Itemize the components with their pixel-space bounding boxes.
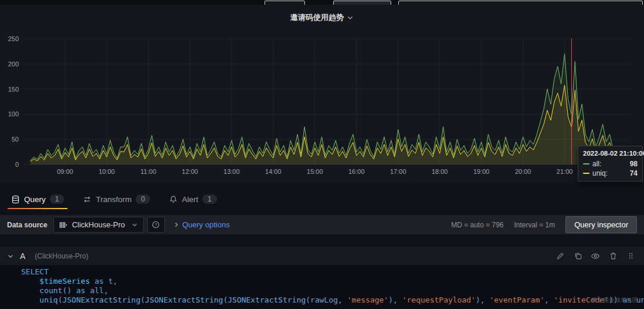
top-toolbar-partial — [0, 0, 644, 5]
chart-tooltip: 2022-08-02 21:10:00 all: 98 uniq: 74 — [578, 146, 643, 182]
datasource-help-button[interactable]: ? — [147, 217, 165, 233]
svg-text:?: ? — [155, 222, 157, 227]
svg-text:100: 100 — [8, 110, 19, 117]
sql-editor[interactable]: SELECT $timeSeries as t, count() as all,… — [0, 265, 644, 309]
tooltip-series-value: 74 — [630, 169, 638, 177]
tab-label: Query — [24, 195, 46, 204]
query-datasource-hint: (ClickHouse-Pro) — [35, 252, 88, 260]
panel-title-menu[interactable]: 邀请码使用趋势 — [0, 5, 644, 31]
toolbar-partial-control[interactable] — [333, 1, 391, 5]
svg-text:200: 200 — [8, 61, 19, 68]
svg-text:0: 0 — [15, 161, 19, 168]
series-color-swatch — [583, 173, 589, 174]
grip-dots-icon — [626, 251, 635, 260]
tab-query[interactable]: Query 1 — [6, 189, 69, 209]
tab-count-badge: 1 — [202, 194, 217, 204]
copy-icon — [574, 251, 582, 260]
svg-text:13:00: 13:00 — [223, 168, 240, 175]
query-row-header: A (ClickHouse-Pro) — [0, 247, 644, 265]
tooltip-row-all: all: 98 — [583, 160, 638, 168]
interval-info: Interval = 1m — [514, 221, 555, 229]
panel-title: 邀请码使用趋势 — [290, 12, 344, 23]
database-icon — [11, 195, 20, 204]
svg-text:18:00: 18:00 — [432, 168, 448, 175]
query-options-toggle[interactable]: Query options — [173, 220, 230, 229]
tooltip-timestamp: 2022-08-02 21:10:00 — [583, 150, 638, 157]
watermark: 稀土掘金技术社区 — [591, 296, 638, 304]
query-ref-id[interactable]: A — [20, 251, 25, 261]
drag-handle[interactable] — [624, 250, 637, 263]
svg-text:150: 150 — [8, 86, 19, 93]
collapse-chevron-icon[interactable] — [7, 253, 14, 260]
svg-text:250: 250 — [8, 35, 19, 42]
max-data-points-info: MD = auto = 796 — [451, 221, 503, 229]
trash-icon — [609, 251, 618, 260]
tooltip-series-label: all: — [592, 160, 601, 168]
tooltip-series-value: 98 — [630, 160, 638, 168]
tab-alert[interactable]: Alert 1 — [164, 189, 222, 209]
svg-text:12:00: 12:00 — [182, 168, 198, 175]
tab-count-badge: 0 — [135, 194, 150, 204]
svg-text:10:00: 10:00 — [99, 168, 115, 175]
tab-label: Alert — [182, 195, 198, 204]
svg-text:50: 50 — [12, 136, 19, 143]
bell-icon — [169, 195, 178, 204]
tab-transform[interactable]: Transform 0 — [77, 189, 155, 209]
datasource-value: ClickHouse-Pro — [72, 220, 127, 229]
tooltip-row-uniq: uniq: 74 — [583, 169, 638, 177]
svg-text:11:00: 11:00 — [141, 168, 157, 175]
svg-text:14:00: 14:00 — [265, 168, 282, 175]
chevron-down-icon — [347, 14, 354, 21]
timeseries-panel: 邀请码使用趋势 05010015020025009:0010:0011:0012… — [0, 5, 644, 183]
transform-icon — [83, 195, 91, 204]
datasource-label: Data source — [7, 221, 48, 229]
editor-tabs: Query 1 Transform 0 Alert 1 — [0, 189, 644, 209]
svg-text:09:00: 09:00 — [57, 168, 73, 175]
toolbar-partial-control[interactable] — [398, 1, 643, 5]
svg-text:20:00: 20:00 — [515, 168, 531, 175]
tab-count-badge: 1 — [50, 194, 65, 204]
hide-query-button[interactable] — [589, 250, 602, 263]
query-options-label: Query options — [182, 220, 230, 229]
svg-text:21:00: 21:00 — [557, 168, 573, 175]
svg-text:17:00: 17:00 — [390, 168, 406, 175]
edit-button[interactable] — [554, 250, 567, 263]
query-inspector-button[interactable]: Query inspector — [565, 216, 637, 233]
chevron-down-icon — [131, 221, 138, 228]
svg-text:19:00: 19:00 — [473, 168, 490, 175]
delete-button[interactable] — [606, 250, 619, 263]
duplicate-button[interactable] — [571, 250, 584, 263]
pencil-icon — [556, 251, 565, 260]
question-circle-icon: ? — [151, 220, 160, 229]
query-toolbar: Data source ClickHouse-Pro ? Query optio… — [0, 215, 644, 234]
toolbar-partial-control[interactable] — [265, 1, 305, 5]
svg-text:15:00: 15:00 — [307, 168, 323, 175]
tab-label: Transform — [96, 195, 131, 204]
chevron-right-icon — [173, 221, 179, 228]
clickhouse-logo — [59, 221, 67, 229]
watermark-text: 稀土掘金技术社区 — [591, 297, 638, 303]
svg-text:16:00: 16:00 — [348, 168, 365, 175]
chart-canvas[interactable]: 05010015020025009:0010:0011:0012:0013:00… — [0, 31, 644, 177]
tooltip-series-label: uniq: — [592, 169, 608, 177]
datasource-picker[interactable]: ClickHouse-Pro — [53, 217, 144, 233]
eye-icon — [591, 251, 600, 261]
series-color-swatch — [583, 163, 589, 164]
